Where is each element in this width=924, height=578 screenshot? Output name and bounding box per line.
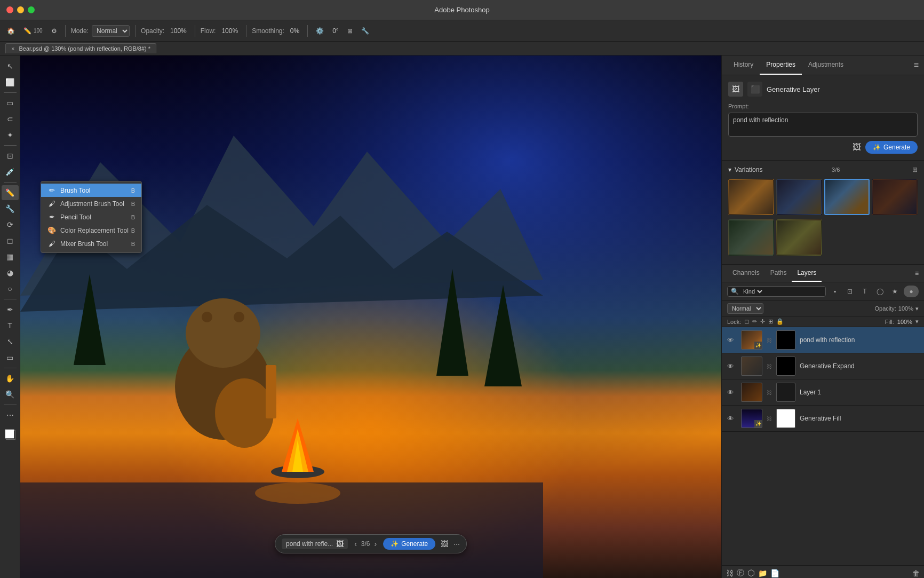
link-layers-button[interactable]: ⛓ — [726, 569, 734, 577]
opacity-value[interactable]: 100% — [168, 26, 189, 36]
layer-visibility-eye[interactable]: 👁 — [727, 336, 737, 344]
move-tool[interactable]: ↖ — [2, 59, 19, 74]
lock-transparent[interactable]: ◻ — [744, 318, 749, 325]
zoom-tool[interactable]: 🔍 — [2, 387, 19, 402]
next-variation-button[interactable]: › — [373, 539, 378, 549]
window-controls[interactable] — [6, 6, 35, 13]
layer-row[interactable]: 👁 ⛓ Layer 1 — [722, 379, 924, 406]
variation-2[interactable] — [776, 179, 822, 215]
filter-pixel[interactable]: ▪ — [829, 286, 841, 297]
text-tool[interactable]: T — [2, 318, 19, 333]
dodge-tool[interactable]: ○ — [2, 281, 19, 296]
variation-5[interactable] — [728, 219, 774, 256]
gen-generate-button[interactable]: ✨ Generate — [865, 141, 918, 154]
symmetry-icon[interactable]: ⊞ — [345, 26, 355, 36]
tab-layers[interactable]: Layers — [792, 265, 822, 282]
brush-tool[interactable]: ✏️ — [2, 185, 19, 200]
eraser-tool[interactable]: ◻ — [2, 233, 19, 248]
add-style-button[interactable]: Ⓕ — [737, 568, 744, 578]
opacity-chevron[interactable]: ▾ — [915, 305, 919, 312]
angle-value[interactable]: 0° — [330, 26, 341, 36]
tab-adjustments[interactable]: Adjustments — [802, 56, 850, 75]
mode-select[interactable]: Normal Multiply Screen — [92, 25, 130, 37]
prompt-input[interactable]: pond with reflection — [728, 113, 918, 137]
blur-tool[interactable]: ◕ — [2, 265, 19, 280]
ctx-brush-tool[interactable]: ✏ Brush Tool B — [41, 184, 141, 197]
new-group-button[interactable]: 📁 — [758, 569, 767, 577]
minimize-button[interactable] — [17, 6, 24, 13]
prev-variation-button[interactable]: ‹ — [353, 539, 358, 549]
tab-paths[interactable]: Paths — [765, 265, 792, 282]
gradient-tool[interactable]: ▦ — [2, 249, 19, 264]
hand-tool[interactable]: ✋ — [2, 371, 19, 386]
lasso-tool[interactable]: ⊂ — [2, 112, 19, 126]
layer-visibility-eye[interactable]: 👁 — [727, 389, 737, 397]
ctx-adjustment-brush[interactable]: 🖌 Adjustment Brush Tool B — [41, 197, 141, 210]
generate-button[interactable]: ✨ Generate — [383, 538, 435, 550]
tab-properties[interactable]: Properties — [760, 56, 802, 75]
artboard-tool[interactable]: ⬜ — [2, 75, 19, 90]
layer-row[interactable]: 👁 ✨ ⛓ Generative Fill — [722, 406, 924, 432]
history-brush-tool[interactable]: ⟳ — [2, 217, 19, 232]
more-options-button[interactable]: ··· — [453, 540, 460, 548]
path-tool[interactable]: ⤡ — [2, 334, 19, 349]
crop-tool[interactable]: ⊡ — [2, 148, 19, 163]
filter-adjust[interactable]: ⊡ — [844, 286, 856, 297]
variation-4[interactable] — [872, 179, 918, 215]
prompt-display[interactable]: pond with refle... 🖼 — [282, 539, 348, 549]
settings-icon[interactable]: ⚙️ — [313, 26, 326, 36]
panel-options-button[interactable]: ≡ — [914, 60, 919, 70]
document-tab[interactable]: × Bear.psd @ 130% (pond with reflection,… — [5, 43, 156, 53]
lock-all[interactable]: 🔒 — [776, 318, 784, 325]
opacity-value[interactable]: 100% — [898, 305, 913, 312]
collapse-icon[interactable]: ▾ — [728, 166, 731, 173]
flow-value[interactable]: 100% — [219, 26, 241, 36]
variation-1[interactable] — [728, 179, 774, 215]
variation-6[interactable] — [776, 219, 822, 256]
kind-select[interactable]: Kind — [741, 288, 764, 295]
maximize-button[interactable] — [28, 6, 35, 13]
foreground-background[interactable] — [3, 427, 18, 442]
tab-channels[interactable]: Channels — [727, 265, 765, 282]
layer-visibility-eye[interactable]: 👁 — [727, 362, 737, 370]
variation-3[interactable] — [824, 179, 870, 215]
eyedropper-tool[interactable]: 💉 — [2, 164, 19, 179]
extra-tools[interactable]: ⋯ — [2, 408, 19, 423]
lock-artboard[interactable]: ⊞ — [768, 318, 773, 325]
close-tab-icon[interactable]: × — [11, 45, 14, 52]
new-layer-button[interactable]: 📄 — [770, 569, 779, 577]
brush-preset-icon[interactable]: 🔧 — [359, 26, 372, 36]
delete-layer-button[interactable]: 🗑 — [912, 569, 920, 577]
grid-view-icon[interactable]: ⊞ — [912, 166, 918, 173]
magic-wand-tool[interactable]: ✦ — [2, 128, 19, 142]
layers-options-button[interactable]: ≡ — [915, 270, 919, 277]
pen-tool[interactable]: ✒ — [2, 302, 19, 317]
layer-row[interactable]: 👁 ✨ ⛓ pond with reflection — [722, 327, 924, 353]
brush-tool-button[interactable]: ✏️ 100 — [21, 26, 45, 36]
smoothing-value[interactable]: 0% — [288, 26, 302, 36]
home-button[interactable]: 🏠 — [4, 26, 18, 36]
tab-history[interactable]: History — [727, 56, 760, 75]
ctx-color-replacement[interactable]: 🎨 Color Replacement Tool B — [41, 224, 141, 237]
canvas-area[interactable]: ✏ Brush Tool B 🖌 Adjustment Brush Tool B… — [20, 56, 721, 578]
fill-value[interactable]: 100% — [897, 319, 912, 325]
filter-by-kind[interactable]: 🔍 Kind — [727, 286, 826, 297]
marquee-tool[interactable]: ▭ — [2, 96, 19, 110]
fill-chevron[interactable]: ▾ — [915, 318, 919, 325]
close-button[interactable] — [6, 6, 13, 13]
filter-type[interactable]: T — [859, 286, 871, 297]
lock-position[interactable]: ✛ — [760, 318, 765, 325]
filter-toggle[interactable]: ● — [904, 286, 919, 297]
ref-image-icon[interactable]: 🖼 — [853, 142, 861, 152]
shape-tool[interactable]: ▭ — [2, 350, 19, 365]
add-mask-button[interactable]: ⬡ — [747, 568, 755, 578]
layer-row[interactable]: 👁 ⛓ Generative Expand — [722, 353, 924, 379]
blend-mode-select[interactable]: Normal Multiply Screen — [727, 303, 763, 314]
ctx-mixer-brush[interactable]: 🖌 Mixer Brush Tool B — [41, 237, 141, 250]
clone-tool[interactable]: 🔧 — [2, 201, 19, 216]
layer-visibility-eye[interactable]: 👁 — [727, 415, 737, 423]
filter-smart[interactable]: ★ — [889, 286, 901, 297]
ctx-pencil-tool[interactable]: ✒ Pencil Tool B — [41, 210, 141, 224]
filter-shape[interactable]: ◯ — [874, 286, 886, 297]
lock-image[interactable]: ✏ — [752, 318, 757, 325]
